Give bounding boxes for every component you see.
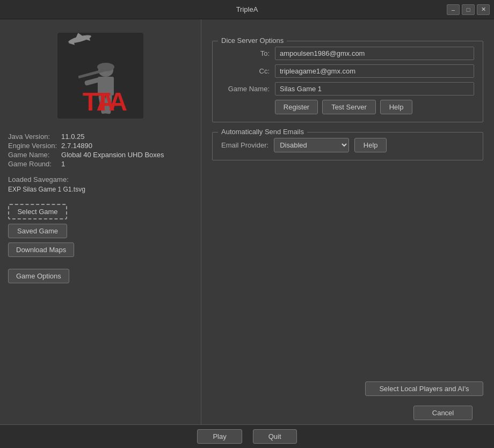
test-server-button[interactable]: Test Server — [322, 100, 376, 114]
select-game-button[interactable]: Select Game — [8, 204, 67, 219]
game-name-label: Game Name: — [8, 151, 57, 159]
email-provider-select[interactable]: Disabled Gmail Other — [274, 138, 349, 152]
right-panel: Dice Server Options To: Cc: Game Name: R… — [201, 19, 494, 424]
window-controls: – □ ✕ — [447, 4, 490, 15]
window-title: TripleA — [47, 5, 447, 13]
saved-game-button[interactable]: Saved Game — [8, 224, 67, 238]
email-provider-label: Email Provider: — [221, 141, 268, 149]
cancel-row: Cancel — [212, 401, 483, 424]
select-local-players-button[interactable]: Select Local Players and AI's — [365, 381, 483, 396]
game-round-value: 1 — [61, 160, 193, 168]
game-name-input[interactable] — [275, 82, 474, 96]
savegame-section: Loaded Savegame: EXP Silas Game 1 G1.tsv… — [8, 175, 193, 193]
email-section: Automatically Send Emails Email Provider… — [212, 132, 483, 160]
savegame-value: EXP Silas Game 1 G1.tsvg — [8, 186, 193, 193]
cancel-button[interactable]: Cancel — [413, 406, 473, 420]
engine-value: 2.7.14890 — [61, 142, 193, 150]
info-grid: Java Version: 11.0.25 Engine Version: 2.… — [8, 133, 193, 168]
email-row: Email Provider: Disabled Gmail Other Hel… — [221, 138, 474, 152]
register-button[interactable]: Register — [275, 100, 318, 114]
quit-button[interactable]: Quit — [253, 429, 297, 444]
minimize-button[interactable]: – — [447, 4, 460, 15]
to-input[interactable] — [275, 47, 474, 60]
game-name-row: Game Name: — [221, 82, 474, 96]
logo-area: TA TA — [8, 27, 193, 124]
game-options-button[interactable]: Game Options — [8, 269, 69, 283]
svg-text:TA: TA — [83, 87, 115, 116]
maximize-button[interactable]: □ — [462, 4, 475, 15]
dice-help-button[interactable]: Help — [380, 100, 412, 114]
dice-server-legend: Dice Server Options — [218, 36, 287, 45]
download-maps-button[interactable]: Download Maps — [8, 243, 74, 257]
to-label: To: — [221, 49, 270, 57]
savegame-title: Loaded Savegame: — [8, 175, 193, 183]
close-button[interactable]: ✕ — [477, 4, 490, 15]
email-legend: Automatically Send Emails — [218, 128, 307, 136]
cc-label: Cc: — [221, 67, 270, 75]
java-label: Java Version: — [8, 133, 57, 141]
game-name-label-dice: Game Name: — [221, 85, 270, 93]
dice-server-section: Dice Server Options To: Cc: Game Name: R… — [212, 41, 483, 122]
email-help-button[interactable]: Help — [354, 138, 387, 152]
game-name-value: Global 40 Expansion UHD Boxes — [61, 151, 193, 159]
game-round-label: Game Round: — [8, 160, 57, 168]
to-row: To: — [221, 47, 474, 60]
dice-action-buttons: Register Test Server Help — [221, 100, 474, 114]
footer: Play Quit — [0, 424, 494, 448]
main-content: TA TA Java Version: 11.0.25 Engine Versi… — [0, 19, 494, 424]
cc-row: Cc: — [221, 64, 474, 78]
cc-input[interactable] — [275, 64, 474, 78]
play-button[interactable]: Play — [197, 429, 242, 444]
app-logo: TA TA — [57, 33, 143, 119]
left-buttons: Select Game Saved Game Download Maps Gam… — [8, 204, 193, 283]
bottom-area: Select Local Players and AI's — [212, 381, 483, 401]
svg-point-6 — [97, 63, 114, 71]
engine-label: Engine Version: — [8, 142, 57, 150]
title-bar: TripleA – □ ✕ — [0, 0, 494, 19]
java-value: 11.0.25 — [61, 133, 193, 141]
left-panel: TA TA Java Version: 11.0.25 Engine Versi… — [0, 19, 201, 424]
